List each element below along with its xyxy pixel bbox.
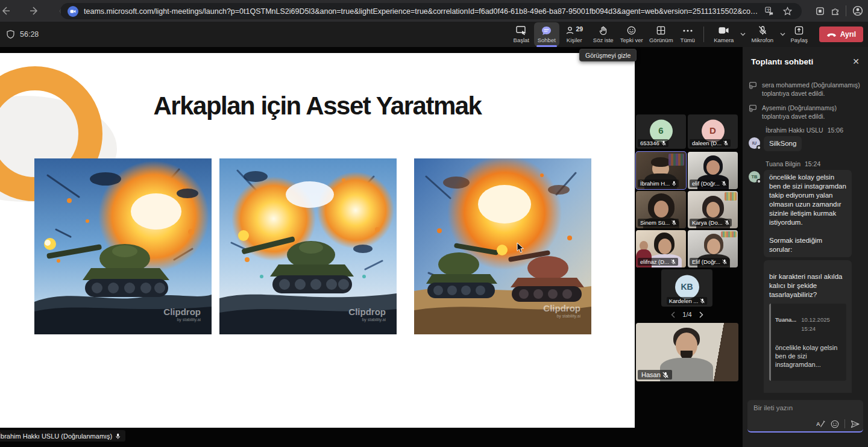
chat-message: SilkSong: [764, 136, 802, 151]
raise-hand-button[interactable]: Söz iste: [590, 22, 617, 46]
page-indicator: 1/4: [682, 311, 691, 318]
mic-button[interactable]: Mikrofon: [746, 22, 779, 46]
participant-tile[interactable]: Elif (Doğr...: [688, 230, 738, 267]
back-icon[interactable]: [0, 2, 16, 19]
chat-message: öncelikle kolay gelsin ben de sizi insta…: [764, 170, 852, 257]
mic-muted-icon: [700, 298, 705, 304]
camera-button[interactable]: Kamera: [708, 22, 740, 46]
teams-meeting-screen: teams.microsoft.com/light-meetings/launc…: [0, 0, 868, 447]
avatar: TB: [749, 171, 760, 183]
avatar: KB: [675, 275, 699, 299]
people-icon: 29: [565, 25, 583, 36]
participant-tile[interactable]: 6 653346: [636, 114, 686, 149]
teams-favicon-icon: [68, 6, 78, 17]
react-button[interactable]: Tepki ver: [617, 22, 646, 46]
extensions-puzzle-icon[interactable]: [831, 7, 840, 16]
message-input[interactable]: [753, 404, 856, 411]
message-group: TB öncelikle kolay gelsin ben de sizi in…: [747, 170, 863, 393]
mic-muted-icon: [758, 25, 767, 36]
share-start-button[interactable]: Başlat: [509, 22, 534, 46]
chat-title: Toplantı sohbeti: [751, 57, 852, 66]
leave-button[interactable]: Ayrıl: [819, 27, 863, 42]
address-bar[interactable]: teams.microsoft.com/light-meetings/launc…: [60, 3, 802, 19]
mic-chevron-icon[interactable]: [780, 33, 785, 36]
mic-muted-icon: [671, 259, 676, 264]
active-tab-underline: [536, 45, 557, 47]
mic-muted-icon: [722, 259, 727, 264]
toolbar-divider: [703, 27, 704, 42]
chat-composer: A: [747, 400, 863, 433]
svg-text:Clipdrop: Clipdrop: [348, 307, 386, 317]
tooltip-hide-meeting: Görüşmeyi gizle: [579, 49, 637, 61]
mic-muted-icon: [661, 140, 666, 146]
participant-tile[interactable]: İbrahim H...: [636, 152, 686, 189]
screenshare-icon: [516, 25, 527, 36]
system-event: sera mohammed (Doğrulanmamış) toplantıya…: [749, 81, 862, 98]
system-event: Aysemin (Doğrulanmamış) toplantıya davet…: [749, 104, 862, 120]
send-icon[interactable]: [851, 420, 860, 428]
spotlight-tile[interactable]: Hasan: [636, 323, 738, 381]
filmstrip-pager: 1/4: [663, 308, 711, 320]
slide-image-2: Clipdrop by stability.ai: [219, 158, 397, 334]
participant-tile[interactable]: elifnaz (D...: [636, 230, 686, 267]
participant-tile[interactable]: D daleen (D...: [688, 114, 738, 149]
chat-messages[interactable]: sera mohammed (Doğrulanmamış) toplantıya…: [743, 73, 868, 393]
svg-text:Clipdrop: Clipdrop: [543, 303, 580, 313]
people-button[interactable]: 29 Kişiler: [559, 22, 590, 46]
timer-text: 56:28: [20, 30, 39, 39]
participant-tile[interactable]: KB Kardelen ...: [661, 269, 712, 307]
participant-tile[interactable]: Sinem Sü...: [636, 191, 686, 228]
close-icon[interactable]: ✕: [852, 57, 860, 66]
url-text[interactable]: teams.microsoft.com/light-meetings/launc…: [84, 7, 758, 16]
svg-text:by stability.ai: by stability.ai: [177, 317, 201, 322]
raise-hand-icon: [599, 25, 608, 36]
chat-header: Toplantı sohbeti ✕: [743, 47, 868, 70]
message-author-line: İbrahim Hakkı USLU15:06: [766, 127, 863, 134]
mic-on-icon: [115, 433, 121, 440]
page-prev-icon[interactable]: [671, 311, 675, 318]
format-icon[interactable]: A: [816, 420, 825, 428]
extension-icon[interactable]: [816, 7, 825, 16]
svg-text:Clipdrop: Clipdrop: [163, 307, 201, 317]
page-next-icon[interactable]: [699, 311, 703, 318]
presenter-label: İbrahim Hakkı USLU (Doğrulanmamış): [0, 430, 125, 442]
participant-tile[interactable]: Karya (Do...: [688, 191, 738, 228]
presence-dot: [756, 179, 761, 184]
chat-message-with-quote: bir karakteri nasıl akılda kalıcı bir şe…: [764, 260, 852, 393]
more-button[interactable]: Tümü: [676, 22, 699, 46]
message-author-line: Tuana Bilgin15:24: [766, 160, 863, 167]
meeting-chat-panel: Toplantı sohbeti ✕ sera mohammed (Doğrul…: [743, 47, 868, 447]
mic-muted-icon: [722, 181, 726, 186]
bookmark-star-icon[interactable]: [780, 4, 794, 19]
emoji-icon[interactable]: [831, 420, 839, 428]
presence-dot: [756, 145, 761, 150]
grid-view-icon: [656, 25, 665, 36]
svg-text:by stability.ai: by stability.ai: [362, 317, 386, 322]
share-screen-icon: [794, 25, 804, 36]
svg-text:A: A: [816, 421, 820, 427]
browser-toolbar: teams.microsoft.com/light-meetings/launc…: [0, 0, 868, 22]
view-button[interactable]: Görünüm: [646, 22, 676, 46]
slide-image-3: Clipdrop by stability.ai: [414, 158, 591, 334]
participant-tile[interactable]: elif (Doğr...: [688, 152, 738, 189]
hangup-icon: [826, 32, 837, 37]
translate-icon[interactable]: 文: [762, 4, 776, 19]
invite-icon: [749, 104, 757, 120]
share-button[interactable]: Paylaş: [785, 22, 813, 46]
svg-text:by stability.ai: by stability.ai: [556, 314, 580, 319]
presenter-name: İbrahim Hakkı USLU (Doğrulanmamış): [0, 433, 112, 440]
divider: [846, 5, 846, 16]
shared-screen-slide: Arkaplan için Asset Yaratmak: [0, 53, 635, 428]
meeting-toolbar: 56:28 Başlat Sohbet 29 K: [0, 22, 868, 47]
quoted-message: Tuana... 10.12.2025 15:24 öncelikle kola…: [769, 304, 846, 381]
smiley-icon: [627, 25, 636, 36]
svg-text:文: 文: [766, 8, 770, 12]
camera-chevron-icon[interactable]: [740, 33, 746, 36]
toolbar-buttons: Başlat Sohbet 29 Kişiler Söz: [509, 22, 863, 47]
chat-button[interactable]: Sohbet: [534, 22, 559, 46]
browser-actions: [816, 0, 863, 22]
profile-icon[interactable]: [852, 5, 863, 16]
divider: [844, 419, 845, 428]
forward-icon[interactable]: [24, 2, 45, 19]
ellipsis-icon: [683, 25, 693, 36]
